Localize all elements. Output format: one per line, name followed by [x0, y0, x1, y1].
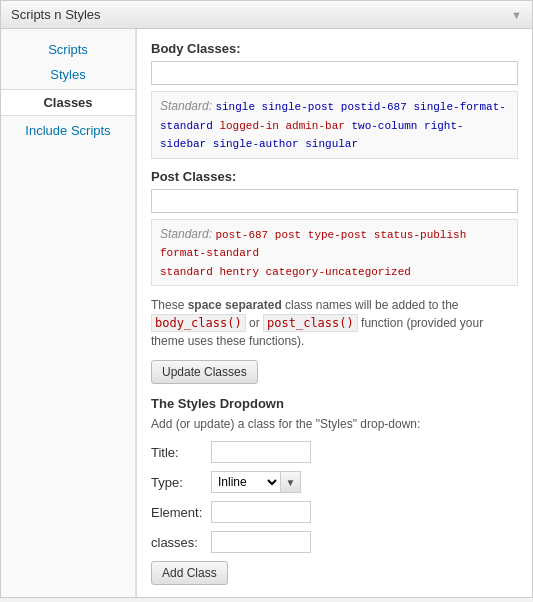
body-classes-standard-block: Standard: single single-post postid-687 … [151, 91, 518, 159]
element-row: Element: [151, 501, 518, 523]
sidebar-item-include-scripts[interactable]: Include Scripts [1, 118, 135, 143]
widget-arrow-icon: ▼ [511, 9, 522, 21]
add-description: Add (or update) a class for the "Styles"… [151, 417, 518, 431]
bold-space-separated: space separated [188, 298, 282, 312]
body-classes-standard-label: Standard: [160, 99, 212, 113]
widget-title: Scripts n Styles [11, 7, 101, 22]
widget-title-bar: Scripts n Styles ▼ [1, 1, 532, 29]
title-input[interactable] [211, 441, 311, 463]
styles-dropdown-title: The Styles Dropdown [151, 396, 518, 411]
post-classes-input[interactable] [151, 189, 518, 213]
sidebar: Scripts Styles Classes Include Scripts [1, 29, 136, 597]
info-text: These space separated class names will b… [151, 296, 518, 350]
update-classes-button[interactable]: Update Classes [151, 360, 258, 384]
classes-row: classes: [151, 531, 518, 553]
classes-label: classes: [151, 535, 211, 550]
sidebar-item-scripts[interactable]: Scripts [1, 37, 135, 62]
element-label: Element: [151, 505, 211, 520]
element-input[interactable] [211, 501, 311, 523]
body-classes-label: Body Classes: [151, 41, 518, 56]
title-row: Title: [151, 441, 518, 463]
type-select[interactable]: Inline Block [211, 471, 281, 493]
post-classes-standard-block: Standard: post-687 post type-post status… [151, 219, 518, 287]
body-class-code: body_class() [151, 314, 246, 332]
widget-container: Scripts n Styles ▼ Scripts Styles Classe… [0, 0, 533, 598]
post-classes-standard-label: Standard: [160, 227, 212, 241]
body-classes-input[interactable] [151, 61, 518, 85]
type-row: Type: Inline Block ▼ [151, 471, 518, 493]
sidebar-item-styles[interactable]: Styles [1, 62, 135, 87]
add-class-button[interactable]: Add Class [151, 561, 228, 585]
sidebar-item-classes: Classes [1, 89, 135, 116]
widget-body: Scripts Styles Classes Include Scripts B… [1, 29, 532, 597]
main-content: Body Classes: Standard: single single-po… [136, 29, 532, 597]
classes-input[interactable] [211, 531, 311, 553]
type-label: Type: [151, 475, 211, 490]
type-select-arrow-icon[interactable]: ▼ [281, 471, 301, 493]
title-label: Title: [151, 445, 211, 460]
type-select-wrapper: Inline Block ▼ [211, 471, 301, 493]
body-classes-standard-values: single single-post postid-687 single-for… [160, 101, 506, 150]
post-classes-label: Post Classes: [151, 169, 518, 184]
post-class-code: post_class() [263, 314, 358, 332]
